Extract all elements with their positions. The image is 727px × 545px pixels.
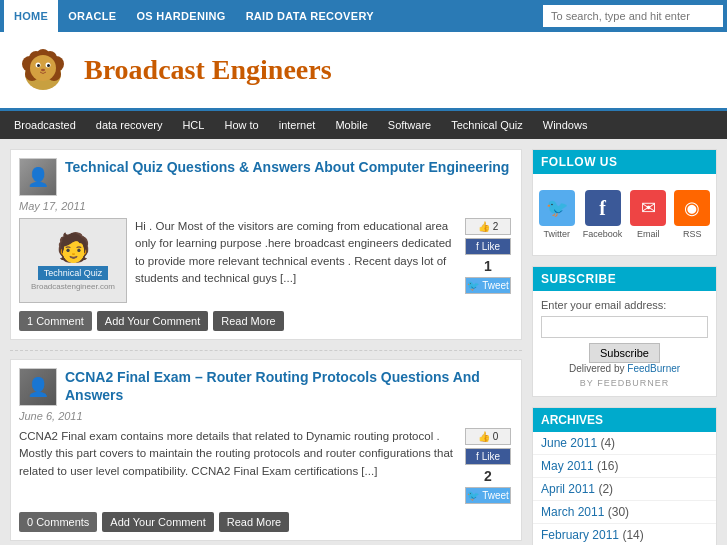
archives-list: June 2011 (4) May 2011 (16) April 2011 (… — [533, 432, 716, 545]
subscribe-email-input[interactable] — [541, 316, 708, 338]
svg-point-14 — [41, 69, 45, 71]
search-input[interactable] — [543, 5, 723, 27]
archive-march-2011: March 2011 (30) — [533, 501, 716, 524]
twitter-icon: 🐦 — [467, 280, 479, 291]
archive-may-2011-count: (16) — [597, 459, 618, 473]
article-1-actions: 1 Comment Add Your Comment Read More — [19, 311, 513, 331]
archive-march-2011-count: (30) — [608, 505, 629, 519]
follow-us-title: Follow Us — [533, 150, 716, 174]
article-2-likes-count: 0 — [493, 431, 499, 442]
article-1-image: 🧑 Technical Quiz Broadcastengineer.com — [19, 218, 127, 303]
article-2-comments-btn[interactable]: 0 Comments — [19, 512, 97, 532]
quiz-img-caption: Broadcastengineer.com — [31, 282, 115, 291]
nav-oracle[interactable]: Oracle — [58, 0, 126, 32]
cat-software[interactable]: Software — [378, 111, 441, 139]
follow-email[interactable]: ✉ Email — [630, 190, 666, 239]
article-2-text: CCNA2 Final exam contains more details t… — [19, 428, 455, 504]
article-1: 👤 Technical Quiz Questions & Answers Abo… — [10, 149, 522, 340]
article-1-title[interactable]: Technical Quiz Questions & Answers About… — [65, 158, 509, 176]
cat-mobile[interactable]: Mobile — [325, 111, 377, 139]
twitter-icon-img: 🐦 — [539, 190, 575, 226]
archive-february-2011-link[interactable]: February 2011 — [541, 528, 619, 542]
article-2-date: June 6, 2011 — [19, 410, 513, 422]
article-2-likes[interactable]: 👍 0 — [465, 428, 511, 445]
cat-windows[interactable]: Windows — [533, 111, 598, 139]
nav-raid[interactable]: Raid Data Recovery — [236, 0, 384, 32]
cat-how-to[interactable]: How to — [214, 111, 268, 139]
delivered-by-text: Delivered by — [569, 363, 625, 374]
cat-nav: Broadcasted data recovery HCL How to int… — [0, 111, 727, 139]
article-2-tweet-label: Tweet — [482, 490, 509, 501]
email-label: Email — [637, 229, 660, 239]
article-1-text: Hi . Our Most of the visitors are coming… — [135, 218, 455, 303]
nav-home[interactable]: Home — [4, 0, 58, 32]
facebook-label: Facebook — [583, 229, 623, 239]
twitter-icon-2: 🐦 — [467, 490, 479, 501]
quiz-figure-icon: 🧑 — [56, 231, 91, 264]
article-1-add-comment-btn[interactable]: Add Your Comment — [97, 311, 208, 331]
logo — [12, 42, 74, 98]
thumbs-up-icon: 👍 — [478, 221, 490, 232]
follow-us-section: Follow Us 🐦 Twitter f Facebook ✉ Email — [532, 149, 717, 256]
follow-rss[interactable]: ◉ RSS — [674, 190, 710, 239]
article-2-social: 👍 0 f Like 2 🐦 Tweet — [463, 428, 513, 504]
article-2-thumb: 👤 — [19, 368, 57, 406]
main-layout: 👤 Technical Quiz Questions & Answers Abo… — [0, 139, 727, 545]
cat-internet[interactable]: internet — [269, 111, 326, 139]
email-icon-img: ✉ — [630, 190, 666, 226]
article-2-actions: 0 Comments Add Your Comment Read More — [19, 512, 513, 532]
article-2-fb-like[interactable]: f Like — [465, 448, 511, 465]
rss-icon-img: ◉ — [674, 190, 710, 226]
nav-os-hardening[interactable]: OS Hardening — [126, 0, 235, 32]
archive-june-2011: June 2011 (4) — [533, 432, 716, 455]
article-1-read-more-btn[interactable]: Read More — [213, 311, 283, 331]
archive-april-2011-link[interactable]: April 2011 — [541, 482, 595, 496]
search-box — [543, 5, 723, 27]
article-1-comments-btn[interactable]: 1 Comment — [19, 311, 92, 331]
archive-february-2011: February 2011 (14) — [533, 524, 716, 545]
article-2-tweet[interactable]: 🐦 Tweet — [465, 487, 511, 504]
archive-may-2011: May 2011 (16) — [533, 455, 716, 478]
archive-april-2011: April 2011 (2) — [533, 478, 716, 501]
svg-point-9 — [30, 55, 56, 81]
feedburner-logo: BY FEEDBURNER — [541, 378, 708, 388]
article-1-likes[interactable]: 👍 2 — [465, 218, 511, 235]
facebook-icon-img: f — [585, 190, 621, 226]
archive-june-2011-link[interactable]: June 2011 — [541, 436, 597, 450]
site-title: Broadcast Engineers — [84, 54, 332, 86]
subscribe-section: Subscribe Enter your email address: Subs… — [532, 266, 717, 397]
article-2-title[interactable]: CCNA2 Final Exam – Router Routing Protoc… — [65, 368, 513, 404]
follow-facebook[interactable]: f Facebook — [583, 190, 623, 239]
article-2-body: CCNA2 Final exam contains more details t… — [19, 428, 513, 504]
cat-hcl[interactable]: HCL — [172, 111, 214, 139]
cat-technical-quiz[interactable]: Technical Quiz — [441, 111, 533, 139]
archive-may-2011-link[interactable]: May 2011 — [541, 459, 594, 473]
svg-point-13 — [47, 64, 50, 67]
site-header: Broadcast Engineers — [0, 32, 727, 111]
feedburner-link[interactable]: FeedBurner — [627, 363, 680, 374]
archive-february-2011-count: (14) — [622, 528, 643, 542]
quiz-label: Technical Quiz — [38, 266, 109, 280]
article-2-add-comment-btn[interactable]: Add Your Comment — [102, 512, 213, 532]
article-1-social: 👍 2 f Like 1 🐦 Tweet — [463, 218, 513, 303]
subscribe-body: Enter your email address: Subscribe Deli… — [533, 291, 716, 396]
article-1-body: 🧑 Technical Quiz Broadcastengineer.com H… — [19, 218, 513, 303]
cat-broadcasted[interactable]: Broadcasted — [4, 111, 86, 139]
article-1-tweet[interactable]: 🐦 Tweet — [465, 277, 511, 294]
article-2-read-more-btn[interactable]: Read More — [219, 512, 289, 532]
follow-twitter[interactable]: 🐦 Twitter — [539, 190, 575, 239]
archive-march-2011-link[interactable]: March 2011 — [541, 505, 604, 519]
cat-data-recovery[interactable]: data recovery — [86, 111, 173, 139]
archive-june-2011-count: (4) — [600, 436, 615, 450]
article-1-tweet-count: 1 — [465, 258, 511, 274]
top-nav: Home Oracle OS Hardening Raid Data Recov… — [0, 0, 727, 32]
delivered-by: Delivered by FeedBurner — [541, 363, 708, 374]
article-1-date: May 17, 2011 — [19, 200, 513, 212]
article-1-fb-like[interactable]: f Like — [465, 238, 511, 255]
article-1-tweet-label: Tweet — [482, 280, 509, 291]
subscribe-button[interactable]: Subscribe — [589, 343, 660, 363]
rss-label: RSS — [683, 229, 702, 239]
article-2-tweet-count: 2 — [465, 468, 511, 484]
twitter-label: Twitter — [543, 229, 570, 239]
article-1-thumb: 👤 — [19, 158, 57, 196]
